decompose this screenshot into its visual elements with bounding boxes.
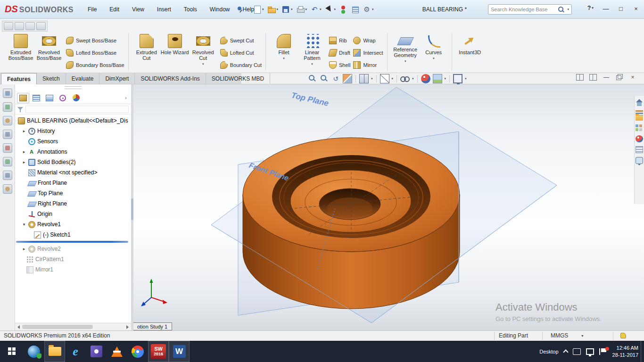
pin-menu-icon[interactable] — [237, 6, 244, 13]
tab-dimxpert[interactable]: DimXpert — [99, 73, 135, 84]
menu-tools[interactable]: Tools — [184, 6, 197, 13]
tree-item-revolve2[interactable]: ▸Revolve2 — [15, 244, 131, 254]
start-button[interactable] — [0, 341, 24, 362]
search-icon[interactable] — [558, 6, 564, 13]
select-button[interactable]: ▾ — [324, 3, 337, 16]
expand-arrow-icon[interactable]: ▾ — [22, 222, 26, 227]
dropdown-arrow-icon[interactable]: ▾ — [311, 61, 313, 67]
taskbar-app-purple[interactable] — [86, 341, 107, 362]
top-plane-label[interactable]: Top Plane — [290, 90, 330, 108]
hole-wizard-button[interactable]: Hole Wizard — [161, 33, 189, 55]
zoom-to-area-icon[interactable] — [319, 74, 329, 83]
tree-item-annotations[interactable]: ▸Annotations — [15, 147, 131, 157]
desktop-toolbar-label[interactable]: Desktop — [539, 349, 558, 354]
dropdown-arrow-icon[interactable]: ▾ — [581, 334, 583, 338]
view-orientation-icon[interactable] — [359, 74, 369, 83]
dropdown-arrow-icon[interactable]: ▾ — [412, 77, 414, 81]
zoom-to-fit-icon[interactable] — [307, 74, 317, 83]
taskbar-internet-explorer[interactable]: e — [65, 341, 86, 362]
curves-button[interactable]: Curves▾ — [420, 33, 448, 61]
hide-show-items-icon[interactable] — [400, 74, 410, 83]
tree-item-mirror1[interactable]: Mirror1 — [15, 264, 131, 275]
menu-edit[interactable]: Edit — [109, 6, 119, 13]
revolved-cut-button[interactable]: Revolved Cut▾ — [189, 33, 217, 67]
tray-notification-icon[interactable] — [599, 348, 607, 355]
view-settings-icon[interactable] — [453, 74, 462, 83]
tab-dimxpertmanager[interactable] — [57, 93, 69, 103]
taskbar-internet-security-app[interactable] — [24, 341, 44, 362]
apply-scene-icon[interactable] — [433, 74, 442, 83]
boundary-cut-button[interactable]: Boundary Cut — [220, 61, 262, 69]
dropdown-arrow-icon[interactable]: ▾ — [277, 8, 279, 11]
help-button[interactable]: ?▾ — [587, 5, 594, 11]
dropdown-arrow-icon[interactable]: ▾ — [305, 8, 307, 11]
draft-button[interactable]: Draft — [329, 49, 350, 57]
mirror-button[interactable]: Mirror — [353, 61, 383, 69]
quickbar-icon-3[interactable] — [25, 22, 35, 30]
tree-item-right-plane[interactable]: Right Plane — [15, 198, 131, 209]
tree-item-sketch1[interactable]: (-) Sketch1 — [15, 230, 131, 240]
close-button[interactable]: × — [630, 3, 642, 14]
view-palette-icon[interactable] — [636, 124, 643, 132]
left-tool-icon-1[interactable] — [3, 89, 12, 98]
menu-file[interactable]: File — [88, 6, 97, 13]
dropdown-arrow-icon[interactable]: ▾ — [291, 8, 293, 11]
dropdown-arrow-icon[interactable]: ▾ — [465, 77, 467, 81]
dropdown-arrow-icon[interactable]: ▾ — [592, 6, 594, 10]
menu-insert[interactable]: Insert — [157, 6, 171, 13]
tree-item-front-plane[interactable]: Front Plane — [15, 178, 131, 188]
search-input[interactable]: Search Knowledge Base ▾ — [488, 4, 572, 15]
left-tool-icon-4[interactable] — [3, 130, 12, 139]
filter-funnel-icon[interactable] — [17, 107, 23, 112]
home-icon[interactable] — [636, 99, 643, 107]
scroll-right-icon[interactable] — [126, 325, 129, 329]
dropdown-arrow-icon[interactable]: ▾ — [262, 8, 264, 11]
expand-arrow-icon[interactable]: ▸ — [22, 160, 26, 165]
tab-displaymanager[interactable] — [70, 93, 82, 103]
left-tool-icon-6[interactable] — [3, 157, 12, 166]
tab-sketch[interactable]: Sketch — [37, 73, 66, 84]
expand-arrow-icon[interactable]: ▸ — [22, 247, 26, 251]
dropdown-arrow-icon[interactable]: ▾ — [371, 77, 373, 81]
tab-featuremanager[interactable] — [17, 93, 29, 103]
left-tool-icon-5[interactable] — [3, 143, 12, 153]
shell-button[interactable]: Shell — [329, 61, 350, 69]
dropdown-arrow-icon[interactable]: ▾ — [405, 58, 406, 64]
tag-icon[interactable] — [620, 333, 626, 338]
viewport-pane-right-icon[interactable] — [589, 74, 597, 81]
tray-expand-chevron-icon[interactable] — [563, 349, 568, 354]
quickbar-icon-2[interactable] — [15, 22, 24, 30]
viewport-pane-left-icon[interactable] — [576, 74, 584, 81]
rib-button[interactable]: Rib — [329, 36, 350, 44]
tab-evaluate[interactable]: Evaluate — [66, 73, 100, 84]
fillet-button[interactable]: Fillet▾ — [270, 33, 298, 61]
dropdown-arrow-icon[interactable]: ▾ — [283, 56, 285, 61]
menu-view[interactable]: View — [132, 6, 144, 13]
dropdown-arrow-icon[interactable]: ▾ — [433, 56, 435, 61]
units-dropdown[interactable]: MMGS▾ — [551, 332, 583, 339]
menu-window[interactable]: Window — [210, 6, 230, 13]
left-tool-icon-7[interactable] — [3, 171, 12, 180]
taskbar-chrome[interactable] — [127, 341, 148, 362]
save-button[interactable]: ▾ — [281, 3, 294, 16]
dropdown-arrow-icon[interactable]: ▾ — [567, 8, 569, 11]
expand-arrow-icon[interactable]: ▸ — [22, 149, 26, 154]
tree-item-solid-bodies[interactable]: ▸Solid Bodies(2) — [15, 157, 131, 167]
tab-solidworks-add-ins[interactable]: SOLIDWORKS Add-Ins — [135, 73, 206, 84]
tree-item-top-plane[interactable]: Top Plane — [15, 188, 131, 198]
tree-panel-gripper[interactable] — [15, 86, 131, 92]
open-document-button[interactable]: ▾ — [266, 3, 280, 16]
edit-appearance-icon[interactable] — [421, 74, 430, 83]
tree-item-sensors[interactable]: Sensors — [15, 136, 131, 147]
scrollbar-thumb[interactable] — [22, 325, 93, 329]
motion-study-tab[interactable]: otion Study 1 — [133, 322, 172, 330]
document-close-button[interactable]: × — [629, 74, 636, 81]
dropdown-arrow-icon[interactable]: ▾ — [445, 77, 446, 81]
design-library-icon[interactable] — [636, 110, 643, 112]
section-view-icon[interactable] — [343, 74, 352, 83]
boundary-boss-base-button[interactable]: Boundary Boss/Base — [66, 61, 124, 69]
tree-item-root[interactable]: BALL BEARING (Default<<Default>_Dis — [15, 115, 131, 126]
left-tool-icon-8[interactable] — [3, 184, 12, 194]
extruded-boss-base-button[interactable]: Extruded Boss/Base — [7, 33, 35, 61]
tree-item-history[interactable]: ▸History — [15, 126, 131, 136]
